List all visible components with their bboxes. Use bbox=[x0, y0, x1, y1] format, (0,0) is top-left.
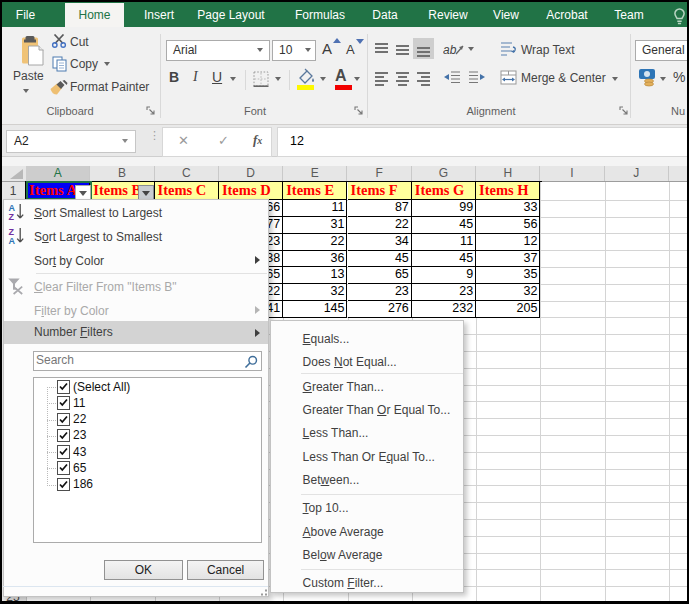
svg-text:ab: ab bbox=[443, 43, 457, 57]
svg-text:Z: Z bbox=[9, 212, 15, 220]
svg-text:A: A bbox=[9, 236, 16, 244]
